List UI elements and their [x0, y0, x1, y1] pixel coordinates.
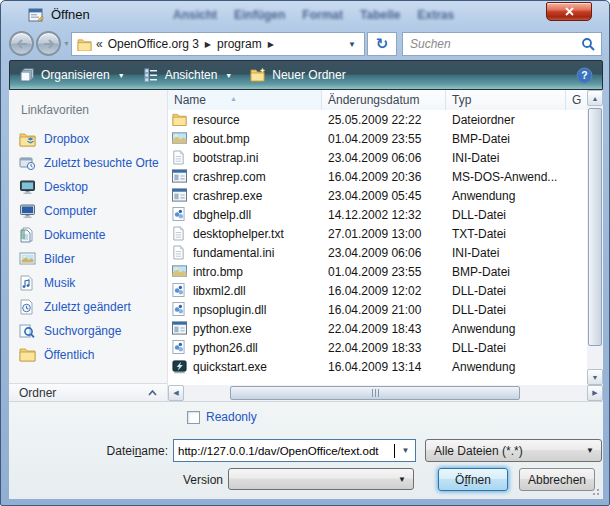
command-toolbar: Organisieren ▼ Ansichten ▼ Neuer Ordner …: [9, 60, 603, 90]
file-row[interactable]: libxml2.dll 16.04.2009 12:02 DLL-Datei: [168, 281, 587, 300]
forward-arrow-icon: [43, 39, 55, 49]
searches-icon: [19, 323, 36, 340]
dll-file-icon: [172, 340, 187, 355]
sidebar-item[interactable]: Bilder: [9, 247, 167, 271]
background-menu-item: Tabelle: [360, 8, 400, 22]
folders-expander[interactable]: Ordner: [9, 383, 167, 401]
search-input[interactable]: [403, 33, 579, 55]
horizontal-scrollbar[interactable]: ◀ ▶: [168, 385, 603, 401]
desktop-icon: [19, 179, 36, 196]
sidebar-item[interactable]: Desktop: [9, 175, 167, 199]
address-dropdown-icon[interactable]: ▼: [348, 40, 356, 49]
dll-file-icon: [172, 283, 187, 298]
sort-ascending-icon: ▲: [230, 89, 237, 109]
close-button[interactable]: [546, 2, 592, 21]
file-row[interactable]: python.exe 22.04.2009 18:43 Anwendung: [168, 319, 587, 338]
dialog-icon: [28, 7, 44, 23]
window-title: Öffnen: [51, 7, 90, 22]
scroll-left-arrow[interactable]: ◀: [168, 385, 184, 401]
sidebar-item[interactable]: Musik: [9, 271, 167, 295]
sidebar-item[interactable]: Dropbox: [9, 127, 167, 151]
forward-button[interactable]: [36, 31, 61, 56]
new-folder-button[interactable]: Neuer Ordner: [241, 61, 354, 89]
text-caret: [394, 444, 395, 458]
breadcrumb-overflow-chevron[interactable]: «: [96, 37, 103, 51]
sidebar-item[interactable]: Zuletzt geändert: [9, 295, 167, 319]
dropbox-icon: [19, 131, 36, 148]
file-row[interactable]: desktophelper.txt 27.01.2009 13:00 TXT-D…: [168, 224, 587, 243]
pictures-icon: [19, 251, 36, 268]
background-menu-item: Einfügen: [234, 8, 285, 22]
readonly-label[interactable]: Readonly: [206, 410, 257, 424]
views-button[interactable]: Ansichten ▼: [134, 61, 242, 89]
version-select[interactable]: ▼: [228, 468, 414, 490]
recent-places-icon: [19, 155, 36, 172]
sidebar-item[interactable]: Dokumente: [9, 223, 167, 247]
filename-dropdown-icon[interactable]: ▼: [396, 440, 415, 461]
readonly-checkbox[interactable]: [187, 411, 200, 424]
refresh-button[interactable]: ↻: [367, 32, 397, 56]
scroll-right-arrow[interactable]: ▶: [587, 385, 603, 401]
vertical-scrollbar[interactable]: ▲ ▼: [587, 90, 603, 385]
breadcrumb-separator-icon[interactable]: ▶: [268, 40, 274, 49]
chevron-up-icon: [148, 390, 157, 396]
file-row[interactable]: bootstrap.ini 23.04.2009 06:06 INI-Datei: [168, 148, 587, 167]
open-file-dialog: AnsichtEinfügenFormatTabelleExtrasFenste…: [0, 0, 610, 506]
open-button[interactable]: Öffnen: [438, 468, 508, 491]
filename-input[interactable]: [174, 440, 396, 461]
file-row[interactable]: dbghelp.dll 14.12.2002 12:32 DLL-Datei: [168, 205, 587, 224]
text-file-icon: [172, 226, 187, 241]
back-button[interactable]: [9, 31, 34, 56]
recently-changed-icon: [19, 299, 36, 316]
sidebar-item[interactable]: Suchvorgänge: [9, 319, 167, 343]
column-header-date[interactable]: Änderungsdatum: [322, 90, 446, 110]
sidebar-item[interactable]: Öffentlich: [9, 343, 167, 367]
organize-icon: [19, 67, 35, 83]
file-row[interactable]: fundamental.ini 23.04.2009 06:06 INI-Dat…: [168, 243, 587, 262]
sidebar-item[interactable]: Computer: [9, 199, 167, 223]
search-icon: [581, 37, 595, 51]
favorites-header: Linkfavoriten: [9, 90, 167, 117]
column-header-name[interactable]: ▲ Name: [168, 90, 322, 110]
chevron-down-icon: ▼: [118, 72, 125, 79]
file-row[interactable]: crashrep.exe 23.04.2009 05:45 Anwendung: [168, 186, 587, 205]
title-bar[interactable]: AnsichtEinfügenFormatTabelleExtrasFenste…: [1, 1, 609, 29]
breadcrumb-segment-current[interactable]: program: [217, 37, 262, 51]
background-menu-blurred: AnsichtEinfügenFormatTabelleExtrasFenste…: [173, 8, 463, 25]
scroll-down-arrow[interactable]: ▼: [587, 369, 603, 385]
new-folder-icon: [250, 67, 266, 83]
filetype-select[interactable]: Alle Dateien (*.*) ▼: [425, 439, 602, 462]
background-menu-item: Format: [302, 8, 343, 22]
sidebar-item[interactable]: Zuletzt besuchte Orte: [9, 151, 167, 175]
column-header-type[interactable]: Typ: [446, 90, 566, 110]
help-button[interactable]: ?: [576, 67, 593, 84]
organize-button[interactable]: Organisieren ▼: [10, 61, 134, 89]
horizontal-scroll-thumb[interactable]: [230, 386, 520, 400]
file-row[interactable]: intro.bmp 01.04.2009 23:55 BMP-Datei: [168, 262, 587, 281]
file-row[interactable]: crashrep.com 16.04.2009 20:36 MS-DOS-Anw…: [168, 167, 587, 186]
scroll-up-arrow[interactable]: ▲: [587, 90, 603, 106]
app-file-icon: [172, 188, 187, 203]
folder-icon: [77, 38, 92, 51]
file-row[interactable]: npsoplugin.dll 16.04.2009 21:00 DLL-Date…: [168, 300, 587, 319]
breadcrumb-segment-root[interactable]: OpenOffice.org 3: [108, 37, 199, 51]
file-list: ▲ Name Änderungsdatum Typ G resource 25.…: [168, 90, 603, 401]
version-label: Version: [133, 473, 223, 487]
history-dropdown-icon[interactable]: ▼: [63, 40, 70, 47]
svg-text:?: ?: [581, 69, 587, 81]
vertical-scroll-thumb[interactable]: [588, 108, 602, 346]
cancel-button[interactable]: Abbrechen: [519, 468, 595, 491]
breadcrumb-separator-icon[interactable]: ▶: [205, 40, 211, 49]
app-file-icon: [172, 169, 187, 184]
file-row[interactable]: about.bmp 01.04.2009 23:55 BMP-Datei: [168, 129, 587, 148]
text-file-icon: [172, 150, 187, 165]
favorites-sidebar: Linkfavoriten Dropbox Zuletzt besuchte O…: [9, 90, 168, 401]
file-row[interactable]: quickstart.exe 16.04.2009 13:14 Anwendun…: [168, 357, 587, 376]
chevron-down-icon: ▼: [586, 446, 594, 455]
file-row[interactable]: python26.dll 22.04.2009 18:33 DLL-Datei: [168, 338, 587, 357]
text-file-icon: [172, 245, 187, 260]
dll-file-icon: [172, 207, 187, 222]
column-header-size[interactable]: G: [566, 90, 587, 110]
resize-grip[interactable]: [590, 486, 600, 496]
file-row[interactable]: resource 25.05.2009 22:22 Dateiordner: [168, 110, 587, 129]
